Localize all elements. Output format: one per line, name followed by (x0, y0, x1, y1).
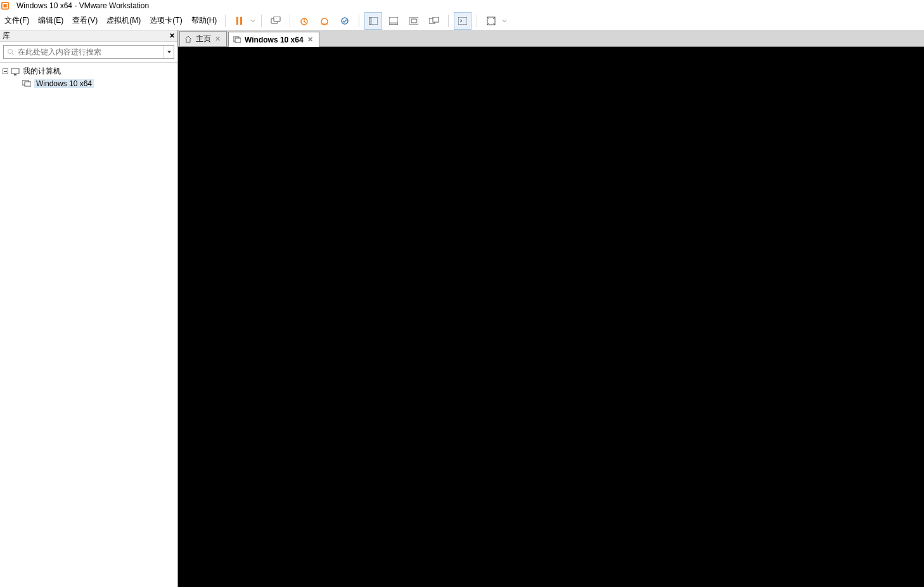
send-ctrl-alt-del-button[interactable] (267, 12, 285, 30)
svg-rect-2 (236, 17, 238, 25)
menubar: 文件(F) 编辑(E) 查看(V) 虚拟机(M) 选项卡(T) 帮助(H) (0, 11, 924, 30)
show-thumbnail-bar-button[interactable] (385, 12, 402, 30)
take-snapshot-button[interactable] (295, 12, 313, 30)
separator (448, 15, 449, 27)
tree-root-my-computer[interactable]: 我的计算机 (1, 65, 176, 77)
separator (359, 15, 359, 27)
tab-close-button[interactable]: ✕ (307, 35, 315, 44)
vm-monitor-icon (22, 79, 32, 88)
library-search-input[interactable] (18, 48, 164, 56)
separator (290, 15, 290, 27)
vm-display[interactable] (178, 47, 924, 587)
search-dropdown[interactable] (164, 46, 174, 58)
separator (477, 15, 477, 27)
revert-snapshot-button[interactable] (316, 12, 333, 30)
library-title: 库 (3, 30, 10, 41)
svg-rect-29 (235, 38, 241, 42)
show-library-button[interactable] (364, 12, 382, 30)
svg-rect-14 (409, 17, 418, 25)
tab-home[interactable]: 主页 ✕ (179, 31, 227, 46)
monitor-icon (10, 67, 20, 76)
tab-strip: 主页 ✕ Windows 10 x64 ✕ (178, 30, 924, 47)
svg-rect-8 (321, 23, 328, 25)
library-tree: 我的计算机 Windows 10 x64 (0, 63, 177, 587)
svg-rect-13 (389, 22, 398, 25)
titlebar: Windows 10 x64 - VMware Workstation (0, 0, 924, 11)
library-header: 库 ✕ (0, 30, 177, 42)
svg-rect-27 (25, 82, 31, 86)
menu-view[interactable]: 查看(V) (68, 11, 102, 30)
tree-root-label: 我的计算机 (23, 66, 61, 77)
monitor-icon (233, 35, 241, 44)
multi-monitor-button[interactable] (425, 12, 443, 30)
show-console-view-button[interactable] (405, 12, 423, 30)
menu-tabs[interactable]: 选项卡(T) (145, 11, 186, 30)
separator (225, 15, 226, 27)
content-area: 主页 ✕ Windows 10 x64 ✕ (178, 30, 924, 587)
close-library-button[interactable]: ✕ (169, 32, 175, 40)
svg-rect-1 (4, 4, 7, 7)
tab-label: Windows 10 x64 (245, 35, 304, 44)
manage-snapshots-button[interactable] (336, 12, 354, 30)
menu-file[interactable]: 文件(F) (0, 11, 34, 30)
tree-item-vm[interactable]: Windows 10 x64 (1, 77, 176, 89)
svg-point-20 (8, 49, 13, 54)
pause-button[interactable] (231, 12, 248, 30)
tab-windows10[interactable]: Windows 10 x64 ✕ (228, 32, 319, 47)
svg-rect-3 (240, 17, 242, 25)
library-search[interactable] (3, 45, 174, 59)
workspace: 库 ✕ (0, 30, 924, 587)
menu-vm[interactable]: 虚拟机(M) (102, 11, 145, 30)
collapse-icon[interactable] (1, 68, 9, 75)
search-icon (4, 48, 18, 56)
tab-close-button[interactable]: ✕ (215, 35, 222, 43)
tree-item-label: Windows 10 x64 (34, 79, 94, 88)
menu-edit[interactable]: 编辑(E) (34, 11, 68, 30)
fullscreen-button[interactable] (482, 12, 500, 30)
console-button[interactable] (454, 12, 472, 30)
svg-rect-18 (458, 17, 467, 25)
svg-rect-24 (11, 68, 19, 74)
svg-rect-5 (274, 16, 280, 22)
power-dropdown[interactable] (250, 12, 256, 30)
menu-help[interactable]: 帮助(H) (187, 11, 222, 30)
tab-label: 主页 (196, 34, 211, 44)
svg-rect-11 (369, 17, 372, 25)
home-icon (184, 35, 193, 44)
svg-line-21 (12, 53, 14, 55)
svg-rect-17 (433, 17, 439, 22)
app-icon (1, 1, 10, 10)
fullscreen-dropdown[interactable] (501, 12, 508, 30)
separator (261, 15, 262, 27)
window-title: Windows 10 x64 - VMware Workstation (16, 1, 149, 10)
library-panel: 库 ✕ (0, 30, 178, 587)
svg-rect-15 (411, 19, 416, 23)
